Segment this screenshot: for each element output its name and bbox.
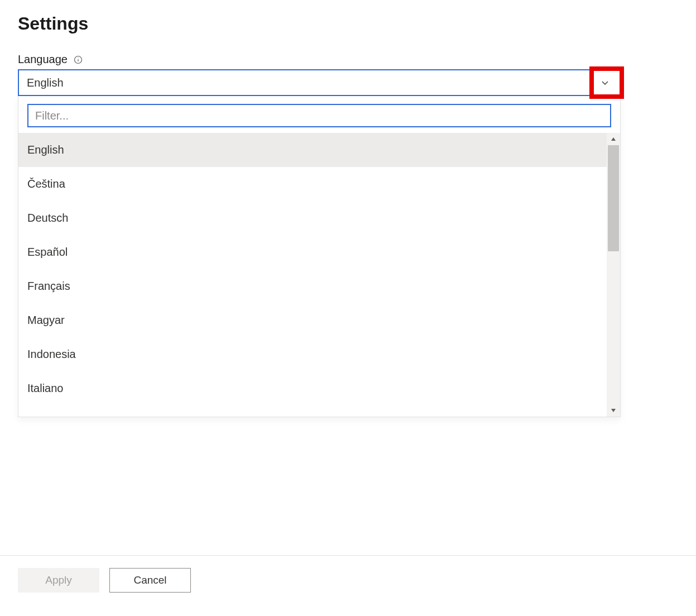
language-option[interactable]: Español <box>18 235 607 269</box>
language-label: Language <box>18 53 68 66</box>
scroll-thumb[interactable] <box>608 145 619 251</box>
language-select[interactable]: English <box>18 69 621 96</box>
language-option[interactable]: Magyar <box>18 303 607 337</box>
language-dropdown: English Čeština Deutsch Español Français… <box>18 96 621 417</box>
language-filter-input[interactable] <box>27 104 611 127</box>
svg-point-2 <box>78 58 78 58</box>
scroll-up-icon[interactable] <box>607 133 620 145</box>
page-title: Settings <box>18 13 678 34</box>
svg-marker-3 <box>611 137 616 141</box>
language-option[interactable]: Indonesia <box>18 337 607 371</box>
svg-marker-4 <box>611 409 616 412</box>
chevron-down-icon[interactable] <box>598 76 612 89</box>
language-option[interactable]: Français <box>18 269 607 303</box>
footer-actions: Apply Cancel <box>0 555 696 593</box>
apply-button: Apply <box>18 568 99 593</box>
language-option[interactable]: Čeština <box>18 167 607 201</box>
dropdown-scrollbar[interactable] <box>607 133 620 417</box>
language-select-value: English <box>27 77 64 89</box>
language-option[interactable]: Italiano <box>18 371 607 405</box>
language-option[interactable]: Deutsch <box>18 201 607 235</box>
cancel-button[interactable]: Cancel <box>109 568 191 593</box>
language-option[interactable]: English <box>18 133 607 167</box>
language-options-list: English Čeština Deutsch Español Français… <box>18 133 607 417</box>
scroll-down-icon[interactable] <box>607 404 620 417</box>
scroll-track[interactable] <box>607 145 620 404</box>
info-icon[interactable] <box>73 55 83 65</box>
